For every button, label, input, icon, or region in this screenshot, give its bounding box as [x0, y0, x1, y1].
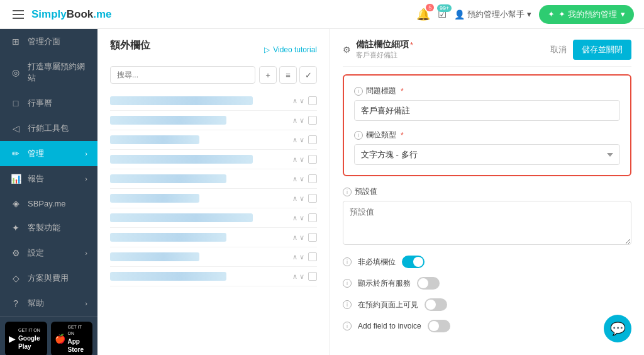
required-star: *	[410, 40, 413, 50]
google-play-button[interactable]: ▶ GET IT ON Google Play	[5, 322, 47, 355]
row-checkbox[interactable]	[308, 194, 317, 203]
sidebar-item-label: 行銷工具包	[28, 123, 69, 134]
sidebar-item-settings[interactable]: ⚙ 設定 ›	[0, 240, 97, 266]
cancel-button[interactable]: 取消	[550, 44, 567, 55]
sort-arrows[interactable]: ∧ ∨	[292, 97, 304, 105]
field-type-select-wrap: 文字方塊 - 單行 文字方塊 - 多行 下拉選單 核取方塊 日期 檔案上傳	[354, 144, 620, 165]
sort-arrows[interactable]: ∧ ∨	[292, 116, 304, 125]
info-icon: i	[354, 131, 363, 140]
sort-arrows[interactable]: ∧ ∨	[292, 234, 304, 242]
dashboard-icon: ⊞	[10, 37, 21, 47]
right-panel-header: ⚙ 備註欄位細項 * 客戶喜好備註 取消 儲存並關閉	[343, 39, 631, 67]
field-list: ∧ ∨ ∧ ∨ ∧ ∨ ∧ ∨	[97, 89, 330, 355]
sidebar-item-calendar[interactable]: □ 行事曆	[0, 91, 97, 116]
show-all-services-toggle-section: i 顯示於所有服務	[343, 277, 631, 290]
add-to-invoice-toggle[interactable]	[428, 320, 450, 332]
sidebar-item-custom[interactable]: ✦ 客製功能	[0, 215, 97, 240]
sidebar-item-manage[interactable]: ✏ 管理 ›	[0, 141, 97, 166]
check-button[interactable]: ✓	[299, 66, 317, 84]
sort-arrows[interactable]: ∧ ∨	[292, 194, 304, 203]
sidebar-item-reports[interactable]: 📊 報告 ›	[0, 166, 97, 191]
info-icon: i	[343, 300, 352, 309]
default-value-textarea[interactable]	[343, 201, 631, 245]
sidebar-item-booking-site[interactable]: ◎ 打造專屬預約網站	[0, 54, 97, 91]
question-title-input[interactable]	[354, 100, 620, 121]
tasks-button[interactable]: ☑ 99+	[438, 8, 447, 20]
required-star: *	[401, 87, 404, 96]
list-item: ∧ ∨	[110, 150, 317, 169]
list-view-button[interactable]: ≡	[279, 66, 297, 84]
sidebar-bottom: ▶ GET IT ON Google Play 🍎 GET IT ON App …	[0, 316, 97, 355]
help-chevron-icon: ›	[85, 300, 87, 307]
sidebar-item-sbpay[interactable]: ◈ SBPay.me	[0, 191, 97, 215]
row-checkbox[interactable]	[308, 155, 317, 164]
marketing-icon: ◁	[10, 123, 21, 133]
optional-field-toggle[interactable]	[402, 256, 425, 268]
left-panel: 額外欄位 ▷ Video tutorial + ≡ ✓	[97, 29, 330, 355]
field-type-label: i 欄位類型 *	[354, 130, 620, 140]
show-all-services-toggle[interactable]	[417, 277, 440, 290]
add-field-button[interactable]: +	[259, 66, 277, 84]
list-item: ∧ ∨	[110, 111, 317, 130]
row-checkbox[interactable]	[308, 272, 317, 281]
notif-badge: 5	[426, 4, 434, 11]
my-booking-button[interactable]: ✦ ✦ 我的預約管理 ▾	[539, 5, 634, 24]
search-input[interactable]	[110, 66, 255, 84]
save-close-button[interactable]: 儲存並關閉	[573, 40, 631, 60]
sort-arrows[interactable]: ∧ ∨	[292, 253, 304, 261]
list-item: ∧ ∨	[110, 228, 317, 247]
right-panel-title-wrap: ⚙ 備註欄位細項 * 客戶喜好備註	[343, 39, 413, 60]
row-checkbox[interactable]	[308, 174, 317, 183]
manage-icon: ✏	[10, 149, 21, 159]
show-all-services-label: 顯示於所有服務	[358, 278, 411, 289]
app-wrapper: SimplyBook.me 🔔 5 ☑ 99+ 👤 預約管理小幫手 ▾ ✦ ✦ …	[0, 0, 644, 355]
right-panel-subtitle: 客戶喜好備註	[356, 50, 413, 60]
row-checkbox[interactable]	[308, 252, 317, 261]
sort-arrows[interactable]: ∧ ∨	[292, 155, 304, 164]
row-checkbox[interactable]	[308, 116, 317, 125]
custom-icon: ✦	[10, 223, 21, 233]
list-item: ∧ ∨	[110, 247, 317, 267]
field-type-select[interactable]: 文字方塊 - 單行 文字方塊 - 多行 下拉選單 核取方塊 日期 檔案上傳	[354, 144, 620, 165]
row-checkbox[interactable]	[308, 96, 317, 105]
my-booking-icon: ✦	[548, 9, 555, 19]
top-bar-left: SimplyBook.me	[10, 8, 112, 21]
row-checkbox[interactable]	[308, 233, 317, 242]
sidebar: ⊞ 管理介面 ◎ 打造專屬預約網站 □ 行事曆 ◁ 行銷工具包 ✏ 管理 › 📊	[0, 29, 97, 355]
admin-chevron-icon: ▾	[527, 9, 531, 19]
chat-bubble-button[interactable]: 💬	[604, 315, 631, 342]
list-item: ∧ ∨	[110, 189, 317, 208]
top-bar: SimplyBook.me 🔔 5 ☑ 99+ 👤 預約管理小幫手 ▾ ✦ ✦ …	[0, 0, 644, 29]
reports-icon: 📊	[10, 174, 21, 184]
visible-on-booking-label: 在預約頁面上可見	[358, 300, 418, 310]
add-to-invoice-label: Add field to invoice	[358, 322, 421, 330]
optional-field-toggle-section: i 非必填欄位	[343, 256, 631, 268]
sliders-icon: ⚙	[343, 45, 351, 55]
sidebar-item-plans[interactable]: ◇ 方案與費用	[0, 266, 97, 291]
sidebar-item-help[interactable]: ? 幫助 ›	[0, 291, 97, 316]
admin-menu[interactable]: 👤 預約管理小幫手 ▾	[454, 9, 531, 20]
question-title-group: i 問題標題 *	[354, 86, 620, 121]
row-checkbox[interactable]	[308, 213, 317, 222]
task-badge: 99+	[437, 4, 452, 12]
calendar-icon: □	[10, 98, 21, 108]
sort-arrows[interactable]: ∧ ∨	[292, 136, 304, 144]
notifications-button[interactable]: 🔔 5	[416, 8, 430, 21]
left-panel-title: 額外欄位	[110, 39, 150, 52]
visible-on-booking-toggle[interactable]	[425, 298, 447, 311]
sidebar-item-marketing[interactable]: ◁ 行銷工具包	[0, 116, 97, 141]
list-item: ∧ ∨	[110, 169, 317, 189]
sort-arrows[interactable]: ∧ ∨	[292, 273, 304, 281]
video-tutorial-button[interactable]: ▷ Video tutorial	[264, 45, 317, 54]
sidebar-item-dashboard[interactable]: ⊞ 管理介面	[0, 29, 97, 54]
app-store-button[interactable]: 🍎 GET IT ON App Store	[51, 322, 93, 355]
sort-arrows[interactable]: ∧ ∨	[292, 214, 304, 222]
field-type-group: i 欄位類型 * 文字方塊 - 單行 文字方塊 - 多行 下拉選單 核取方塊 日…	[354, 130, 620, 165]
app-store-label: App Store	[68, 337, 89, 354]
required-star: *	[401, 131, 404, 140]
left-panel-header: 額外欄位 ▷ Video tutorial + ≡ ✓	[97, 29, 330, 89]
hamburger-menu[interactable]	[10, 8, 26, 21]
sort-arrows[interactable]: ∧ ∨	[292, 175, 304, 183]
row-checkbox[interactable]	[308, 135, 317, 144]
manage-chevron-icon: ›	[85, 150, 87, 157]
